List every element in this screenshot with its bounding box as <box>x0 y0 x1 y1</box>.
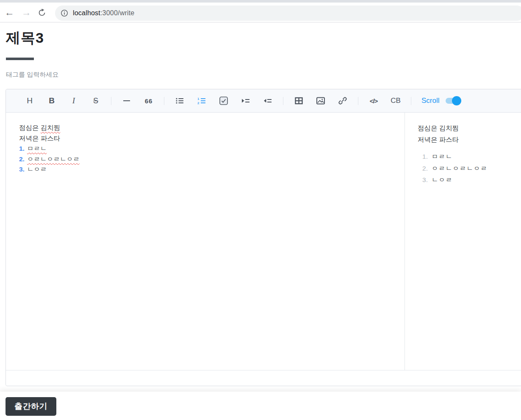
image-icon <box>316 97 325 105</box>
italic-button[interactable]: I <box>67 94 80 108</box>
link-button[interactable] <box>336 94 349 108</box>
horizontal-rule-icon <box>123 100 130 101</box>
horizontal-rule-button[interactable] <box>120 94 133 108</box>
browser-reload-button[interactable] <box>37 7 49 19</box>
indent-button[interactable] <box>239 94 252 108</box>
preview-paragraph: 저녁은 파스타 <box>418 134 521 146</box>
preview-paragraph: 점심은 김치찜 <box>418 123 521 134</box>
inline-code-button[interactable]: </> <box>367 94 380 108</box>
browser-back-button[interactable]: ← <box>3 6 15 18</box>
ordered-list-button[interactable]: 1 2 <box>195 94 208 108</box>
md-misspelled-text: ㅁㄹㄴ <box>27 145 47 152</box>
heading-button[interactable]: H <box>23 94 36 108</box>
list-item-text: ㄴㅇㄹ <box>432 174 453 186</box>
toolbar-divider <box>411 97 411 105</box>
tab-strip <box>0 0 521 3</box>
toggle-knob <box>452 96 461 105</box>
browser-chrome: ← → localhost:3000/write <box>0 0 521 22</box>
url-path: :3000/write <box>100 9 134 17</box>
browser-forward-button[interactable]: → <box>20 6 32 18</box>
toolbar-divider <box>358 97 358 105</box>
list-item-number: 1. <box>418 151 428 163</box>
preview-list-item: 2. ㅇㄹㄴㅇㄹㄴㅇㄹ <box>418 163 521 174</box>
list-item-text: ㅁㄹㄴ <box>432 151 453 163</box>
strikethrough-button[interactable]: S <box>89 94 103 108</box>
bold-button[interactable]: B <box>45 94 58 108</box>
toolbar-divider <box>283 97 283 105</box>
md-misspelled-text: ㅇㄹㄴㅇㄹㄴㅇㄹ <box>27 155 80 163</box>
md-list-marker: 3. <box>19 166 25 173</box>
markdown-line: 2.ㅇㄹㄴㅇㄹㄴㅇㄹ <box>19 154 396 165</box>
preview-ordered-list: 1. ㅁㄹㄴ 2. ㅇㄹㄴㅇㄹㄴㅇㄹ 3. ㄴㅇㄹ <box>418 151 521 186</box>
preview-list-item: 1. ㅁㄹㄴ <box>418 151 521 163</box>
svg-text:1: 1 <box>197 97 200 101</box>
unordered-list-icon <box>176 97 184 105</box>
url-host: localhost <box>73 9 100 17</box>
bottom-action-bar: 출간하기 <box>0 392 521 420</box>
outdent-button[interactable] <box>261 94 274 108</box>
outdent-icon <box>263 97 272 104</box>
image-button[interactable] <box>314 94 327 108</box>
md-list-marker: 2. <box>19 155 25 163</box>
md-list-marker: 1. <box>19 145 25 152</box>
toolbar-divider <box>111 97 111 105</box>
list-item-text: ㅇㄹㄴㅇㄹㄴㅇㄹ <box>432 163 488 174</box>
markdown-line: 점심은 김치찜 <box>19 123 396 133</box>
preview-pane: 점심은 김치찜 저녁은 파스타 1. ㅁㄹㄴ 2. ㅇㄹㄴㅇㄹㄴㅇㄹ 3. ㄴㅇ… <box>405 113 521 370</box>
table-button[interactable] <box>292 94 305 108</box>
unordered-list-button[interactable] <box>173 94 186 108</box>
editor-toolbar: H B I S 66 1 2 <box>6 89 521 113</box>
reload-icon <box>37 8 49 17</box>
editor-panes: 점심은 김치찜 저녁은 파스타 1.ㅁㄹㄴ 2.ㅇㄹㄴㅇㄹㄴㅇㄹ 3.ㄴㅇㄹ 점… <box>6 113 521 370</box>
link-icon <box>338 97 347 105</box>
markdown-editor: H B I S 66 1 2 <box>6 89 521 386</box>
tag-input[interactable] <box>6 69 175 79</box>
svg-text:2: 2 <box>197 101 200 105</box>
md-text: 저녁은 파스타 <box>19 135 60 142</box>
blockquote-button[interactable]: 66 <box>142 94 155 108</box>
post-title-input[interactable]: 제목3 <box>6 28 44 47</box>
ordered-list-icon: 1 2 <box>197 97 206 105</box>
task-checkbox-icon <box>219 97 228 105</box>
code-block-button[interactable]: CB <box>389 94 402 108</box>
title-divider <box>6 58 34 60</box>
scroll-sync-control[interactable]: Scroll <box>421 97 460 105</box>
indent-icon <box>241 97 250 104</box>
markdown-source-pane[interactable]: 점심은 김치찜 저녁은 파스타 1.ㅁㄹㄴ 2.ㅇㄹㄴㅇㄹㄴㅇㄹ 3.ㄴㅇㄹ <box>6 113 405 370</box>
md-text: ㄴㅇㄹ <box>27 166 47 173</box>
list-item-number: 3. <box>418 174 428 186</box>
toolbar-divider <box>164 97 164 105</box>
scroll-sync-label: Scroll <box>421 97 440 105</box>
table-icon <box>295 97 303 105</box>
publish-button[interactable]: 출간하기 <box>6 397 56 416</box>
preview-list-item: 3. ㄴㅇㄹ <box>418 174 521 186</box>
markdown-line: 1.ㅁㄹㄴ <box>19 144 396 154</box>
markdown-line: 저녁은 파스타 <box>19 133 396 144</box>
markdown-line: 3.ㄴㅇㄹ <box>19 164 396 175</box>
url-text: localhost:3000/write <box>73 9 134 17</box>
list-item-number: 2. <box>418 163 428 174</box>
scroll-sync-toggle[interactable] <box>446 98 460 104</box>
site-info-icon[interactable] <box>61 9 68 17</box>
task-list-button[interactable] <box>217 94 230 108</box>
address-bar[interactable]: localhost:3000/write <box>55 6 521 21</box>
editor-mode-bar <box>6 370 521 386</box>
md-text: 점심은 <box>19 124 41 131</box>
md-misspelled-text: 김치찜 <box>41 124 61 131</box>
